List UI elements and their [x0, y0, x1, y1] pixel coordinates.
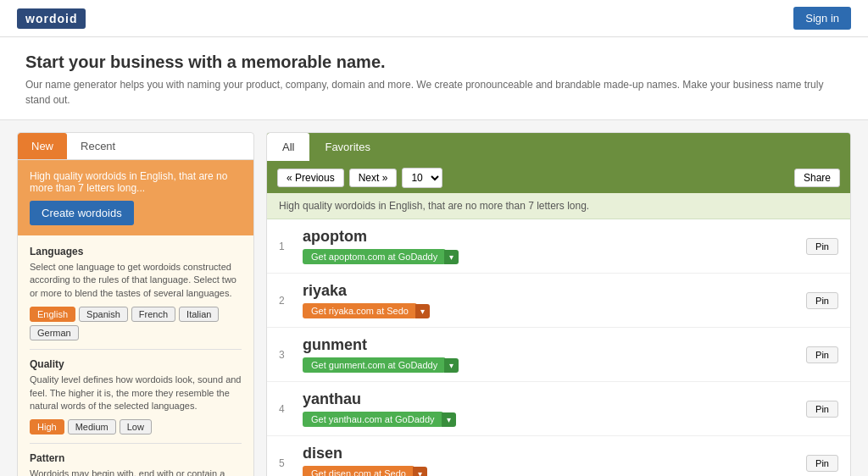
- row-number: 2: [279, 295, 292, 307]
- hero-title: Start your business with a memorable nam…: [25, 53, 843, 72]
- quality-medium[interactable]: Medium: [68, 419, 116, 434]
- domain-dropdown[interactable]: ▾: [442, 412, 456, 427]
- domain-button[interactable]: Get gunment.com at GoDaddy: [303, 357, 446, 373]
- row-content: apoptom Get apoptom.com at GoDaddy▾: [303, 228, 796, 264]
- languages-desc: Select one language to get wordoids cons…: [30, 261, 242, 300]
- left-content: Languages Select one language to get wor…: [18, 235, 253, 476]
- domain-dropdown[interactable]: ▾: [444, 358, 459, 373]
- orange-description: High quality wordoids in English, that a…: [30, 170, 242, 194]
- pattern-label: Pattern: [30, 452, 242, 464]
- pattern-desc: Wordoids may begin with, end with or con…: [30, 468, 242, 476]
- logo: wordoid: [17, 8, 86, 29]
- main-layout: New Recent High quality wordoids in Engl…: [0, 120, 868, 476]
- divider-2: [30, 443, 242, 444]
- languages-label: Languages: [30, 246, 242, 257]
- table-row: 4 yanthau Get yanthau.com at GoDaddy▾ Pi…: [267, 382, 850, 436]
- tab-all[interactable]: All: [267, 133, 309, 161]
- create-wordoids-button[interactable]: Create wordoids: [30, 201, 134, 225]
- tab-recent[interactable]: Recent: [67, 133, 129, 159]
- row-content: yanthau Get yanthau.com at GoDaddy▾: [303, 390, 796, 427]
- table-row: 2 riyaka Get riyaka.com at Sedo▾ Pin: [267, 274, 850, 328]
- count-select[interactable]: 10 20 50: [402, 168, 442, 188]
- lang-italian[interactable]: Italian: [179, 307, 219, 322]
- tab-new[interactable]: New: [18, 133, 67, 159]
- word-list: 1 apoptom Get apoptom.com at GoDaddy▾ Pi…: [267, 219, 850, 476]
- divider-1: [30, 349, 242, 350]
- results-info: High quality wordoids in English, that a…: [267, 193, 850, 219]
- quality-label: Quality: [30, 358, 242, 370]
- table-row: 1 apoptom Get apoptom.com at GoDaddy▾ Pi…: [267, 219, 850, 274]
- left-tabs: New Recent: [18, 133, 253, 160]
- table-row: 3 gunment Get gunment.com at GoDaddy▾ Pi…: [267, 328, 850, 382]
- tab-favorites[interactable]: Favorites: [309, 133, 385, 161]
- word-name: gunment: [303, 336, 796, 354]
- right-panel: All Favorites « Previous Next » 10 20 50…: [266, 132, 851, 476]
- domain-button[interactable]: Get yanthau.com at GoDaddy: [303, 412, 443, 427]
- lang-german[interactable]: German: [30, 325, 79, 340]
- language-tags: English Spanish French Italian German: [30, 307, 242, 340]
- lang-spanish[interactable]: Spanish: [79, 307, 128, 322]
- quality-tags: High Medium Low: [30, 419, 242, 434]
- row-content: disen Get disen.com at Sedo▾: [303, 445, 796, 476]
- pin-button[interactable]: Pin: [806, 238, 838, 255]
- quality-low[interactable]: Low: [120, 419, 152, 434]
- domain-dropdown[interactable]: ▾: [415, 304, 430, 318]
- pin-button[interactable]: Pin: [806, 455, 838, 472]
- pin-button[interactable]: Pin: [806, 346, 838, 363]
- row-content: riyaka Get riyaka.com at Sedo▾: [303, 282, 796, 318]
- pin-button[interactable]: Pin: [806, 292, 838, 309]
- right-tabs: All Favorites: [267, 133, 850, 163]
- domain-dropdown[interactable]: ▾: [444, 250, 459, 264]
- header: wordoid Sign in: [0, 0, 868, 37]
- hero-description: Our name generator helps you with naming…: [25, 77, 843, 108]
- row-number: 1: [279, 241, 292, 252]
- row-number: 5: [279, 457, 292, 469]
- quality-high[interactable]: High: [30, 419, 64, 434]
- left-panel: New Recent High quality wordoids in Engl…: [17, 132, 254, 476]
- pin-button[interactable]: Pin: [806, 401, 838, 418]
- word-name: riyaka: [303, 282, 796, 300]
- domain-dropdown[interactable]: ▾: [413, 467, 427, 476]
- right-toolbar: « Previous Next » 10 20 50 Share: [267, 163, 850, 193]
- domain-button[interactable]: Get riyaka.com at Sedo: [303, 303, 417, 318]
- domain-button[interactable]: Get apoptom.com at GoDaddy: [303, 249, 446, 264]
- orange-section: High quality wordoids in English, that a…: [18, 160, 253, 235]
- row-content: gunment Get gunment.com at GoDaddy▾: [303, 336, 796, 373]
- table-row: 5 disen Get disen.com at Sedo▾ Pin: [267, 436, 850, 476]
- lang-french[interactable]: French: [131, 307, 175, 322]
- next-button[interactable]: Next »: [349, 169, 398, 187]
- quality-desc: Quality level defines how wordoids look,…: [30, 374, 242, 412]
- row-number: 3: [279, 349, 292, 361]
- share-button[interactable]: Share: [794, 169, 840, 187]
- word-name: apoptom: [303, 228, 796, 246]
- sign-in-button[interactable]: Sign in: [793, 7, 851, 30]
- previous-button[interactable]: « Previous: [277, 169, 344, 187]
- word-name: yanthau: [303, 390, 796, 408]
- domain-button[interactable]: Get disen.com at Sedo: [303, 466, 415, 476]
- lang-english[interactable]: English: [30, 307, 75, 322]
- row-number: 4: [279, 403, 292, 415]
- word-name: disen: [303, 445, 796, 462]
- hero: Start your business with a memorable nam…: [0, 37, 868, 120]
